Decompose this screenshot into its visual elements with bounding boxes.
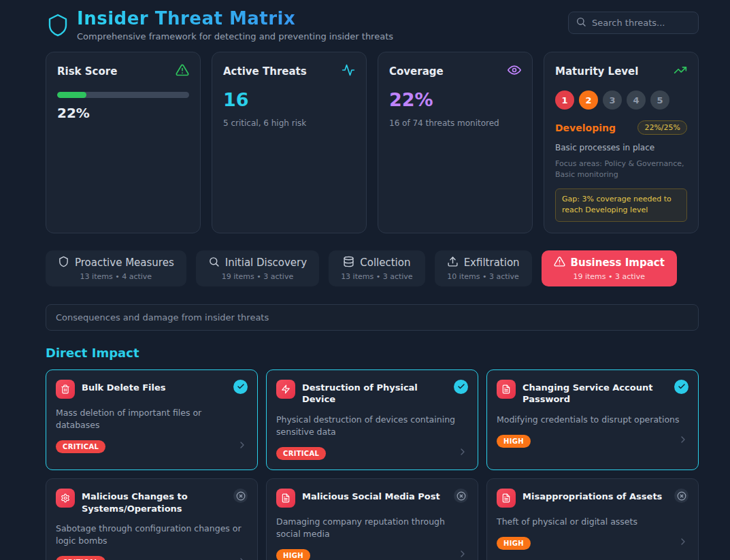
page-title: Insider Threat Matrix (77, 8, 393, 29)
check-circle-icon[interactable] (454, 380, 468, 394)
upload-icon (447, 256, 459, 270)
coverage-label: Coverage (389, 65, 444, 78)
maturity-card: Maturity Level 1 2 3 4 5 Developing 22%/… (544, 52, 699, 233)
alert-triangle-icon (176, 63, 189, 80)
brand: Insider Threat Matrix Comprehensive fram… (46, 8, 393, 42)
severity-badge: CRITICAL (276, 447, 326, 460)
file-icon (276, 489, 295, 508)
chevron-right-icon[interactable] (457, 446, 468, 460)
trending-up-icon (674, 63, 687, 80)
tab-initial-discovery[interactable]: Initial Discovery 19 items • 3 active (196, 250, 319, 286)
chevron-right-icon[interactable] (678, 536, 688, 550)
search-input[interactable] (592, 18, 687, 28)
severity-badge: CRITICAL (56, 556, 105, 560)
threat-title: Malicious Changes to Systems/Operations (82, 489, 227, 514)
page-subtitle: Comprehensive framework for detecting an… (77, 31, 393, 42)
tab-label: Business Impact (571, 257, 665, 269)
threat-title: Bulk Delete Files (82, 380, 227, 394)
gear-icon (56, 489, 75, 508)
tab-collection[interactable]: Collection 13 items • 3 active (329, 250, 425, 286)
severity-badge: HIGH (497, 537, 531, 550)
threat-card-destruction-physical-device[interactable]: Destruction of Physical Device Physical … (266, 369, 478, 470)
risk-progress-bar (57, 92, 189, 98)
x-circle-icon[interactable] (233, 489, 248, 503)
x-circle-icon[interactable] (674, 489, 688, 503)
risk-progress-fill (57, 92, 86, 98)
threat-card-malicious-changes-systems[interactable]: Malicious Changes to Systems/Operations … (46, 478, 258, 560)
threat-title: Destruction of Physical Device (302, 380, 447, 406)
maturity-level-2: 2 (579, 90, 598, 110)
active-threats-card: Active Threats 16 5 critical, 6 high ris… (212, 52, 367, 233)
alert-triangle-icon (554, 256, 565, 270)
coverage-value: 22% (389, 89, 521, 110)
tab-exfiltration[interactable]: Exfiltration 10 items • 3 active (435, 250, 532, 286)
x-circle-icon[interactable] (454, 489, 468, 503)
maturity-ratio-badge: 22%/25% (637, 120, 687, 135)
threat-description: Physical destruction of devices containi… (276, 414, 468, 438)
severity-badge: HIGH (276, 549, 310, 560)
tab-meta: 19 items • 3 active (222, 272, 294, 281)
maturity-gap-note: Gap: 3% coverage needed to reach Develop… (555, 188, 687, 222)
threat-description: Damaging company reputation through soci… (276, 516, 468, 540)
tab-meta: 13 items • 4 active (80, 272, 152, 281)
threat-card-misappropriations-of-assets[interactable]: Misappropriations of Assets Theft of phy… (486, 478, 699, 560)
chevron-right-icon[interactable] (678, 434, 688, 448)
maturity-level-5: 5 (650, 90, 669, 110)
threat-title: Misappropriations of Assets (522, 489, 667, 503)
chevron-right-icon[interactable] (237, 556, 248, 560)
active-threats-value: 16 (223, 89, 355, 110)
tab-meta: 10 items • 3 active (447, 272, 519, 281)
category-description: Consequences and damage from insider thr… (46, 304, 699, 331)
threat-card-changing-service-account-password[interactable]: Changing Service Account Password Modify… (486, 369, 699, 470)
risk-score-value: 22% (57, 105, 189, 121)
coverage-detail: 16 of 74 threats monitored (389, 118, 521, 128)
chevron-right-icon[interactable] (237, 440, 248, 453)
tab-label: Exfiltration (464, 257, 520, 269)
threat-description: Sabotage through configuration changes o… (56, 523, 248, 547)
section-title-direct-impact: Direct Impact (46, 346, 699, 360)
severity-badge: HIGH (497, 435, 531, 448)
severity-badge: CRITICAL (56, 440, 105, 453)
maturity-description: Basic processes in place (555, 143, 687, 152)
trash-icon (56, 380, 75, 399)
tab-label: Collection (360, 257, 410, 269)
maturity-label: Maturity Level (555, 65, 638, 78)
activity-icon (342, 63, 355, 80)
tab-label: Proactive Measures (75, 257, 174, 269)
search-icon (208, 256, 220, 270)
threat-card-malicious-social-media-post[interactable]: Malicious Social Media Post Damaging com… (266, 478, 478, 560)
threat-description: Mass deletion of important files or data… (56, 407, 248, 431)
threat-title: Malicious Social Media Post (302, 489, 447, 503)
tab-proactive-measures[interactable]: Proactive Measures 13 items • 4 active (46, 250, 186, 286)
category-tabs: Proactive Measures 13 items • 4 active I… (46, 250, 699, 286)
active-threats-detail: 5 critical, 6 high risk (223, 118, 355, 128)
check-circle-icon[interactable] (674, 380, 688, 394)
threat-card-bulk-delete-files[interactable]: Bulk Delete Files Mass deletion of impor… (46, 369, 258, 470)
risk-score-card: Risk Score 22% (46, 52, 201, 233)
search-box[interactable] (568, 12, 699, 34)
tab-meta: 19 items • 3 active (573, 272, 645, 281)
risk-score-label: Risk Score (57, 65, 117, 78)
shield-logo-icon (46, 11, 70, 42)
zap-icon (276, 380, 295, 399)
stats-row: Risk Score 22% Active Threats 16 5 criti… (46, 52, 699, 233)
check-circle-icon[interactable] (233, 380, 248, 394)
threat-description: Modifying credentials to disrupt operati… (497, 414, 688, 426)
maturity-levels: 1 2 3 4 5 (555, 90, 687, 110)
maturity-level-3: 3 (603, 90, 622, 110)
maturity-stage: Developing (555, 122, 616, 133)
tab-business-impact[interactable]: Business Impact 19 items • 3 active (542, 250, 677, 286)
tab-label: Initial Discovery (225, 257, 307, 269)
header: Insider Threat Matrix Comprehensive fram… (46, 0, 699, 42)
chevron-right-icon[interactable] (457, 548, 468, 560)
maturity-level-1: 1 (555, 90, 574, 110)
file-icon (497, 489, 516, 508)
direct-impact-grid: Bulk Delete Files Mass deletion of impor… (46, 369, 699, 560)
search-icon (576, 16, 586, 30)
shield-icon (58, 256, 69, 270)
file-icon (497, 380, 516, 399)
database-icon (343, 256, 354, 270)
active-threats-label: Active Threats (223, 65, 307, 78)
maturity-focus: Focus areas: Policy & Governance, Basic … (555, 159, 687, 180)
app: Insider Threat Matrix Comprehensive fram… (46, 0, 699, 560)
